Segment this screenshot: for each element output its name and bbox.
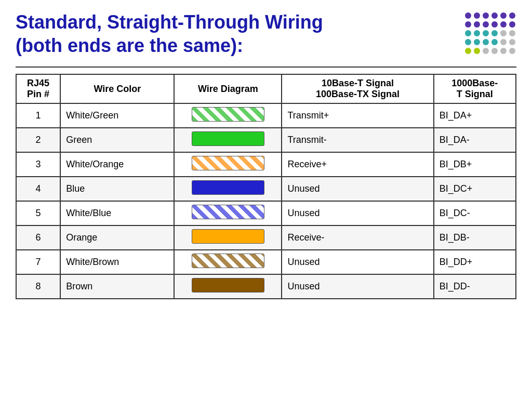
cell-wire-diagram (174, 201, 282, 225)
col-header-pin: RJ45Pin # (16, 74, 60, 103)
decoration-dot (509, 30, 515, 36)
cell-pin: 5 (16, 201, 60, 225)
cell-wire-color: White/Green (60, 103, 174, 128)
title-line1: Standard, Straight-Through Wiring (16, 11, 323, 33)
cell-signal-10base: Unused (282, 250, 433, 274)
decoration-dot (465, 39, 471, 45)
decoration-dot (474, 21, 480, 28)
cell-wire-diagram (174, 177, 282, 201)
cell-pin: 7 (16, 250, 60, 274)
dot-grid-decoration (465, 12, 516, 55)
cell-wire-color: White/Blue (60, 201, 174, 225)
decoration-dot (483, 21, 489, 28)
wire-swatch (192, 156, 264, 170)
decoration-dot (509, 12, 515, 19)
table-body: 1White/GreenTransmit+BI_DA+2GreenTransmi… (16, 103, 516, 299)
title-line2: (both ends are the same): (16, 35, 243, 56)
cell-pin: 6 (16, 225, 60, 250)
decoration-dot (474, 30, 480, 36)
wiring-table: RJ45Pin # Wire Color Wire Diagram 10Base… (16, 74, 516, 299)
cell-wire-color: Blue (60, 177, 174, 201)
decoration-dot (474, 12, 480, 19)
decoration-dot (500, 21, 507, 28)
cell-wire-diagram (174, 128, 282, 152)
cell-pin: 8 (16, 274, 60, 299)
cell-wire-diagram (174, 103, 282, 128)
cell-signal-1000base: BI_DA+ (434, 103, 516, 128)
decoration-dot (491, 21, 498, 28)
cell-wire-color: Green (60, 128, 174, 152)
decoration-dot (474, 48, 480, 54)
decoration-dot (465, 48, 471, 54)
table-row: 1White/GreenTransmit+BI_DA+ (16, 103, 516, 128)
cell-signal-1000base: BI_DB- (434, 225, 516, 250)
table-header-row: RJ45Pin # Wire Color Wire Diagram 10Base… (16, 74, 516, 103)
cell-pin: 2 (16, 128, 60, 152)
wire-swatch (192, 278, 264, 292)
cell-signal-10base: Receive- (282, 225, 433, 250)
table-row: 3White/OrangeReceive+BI_DB+ (16, 152, 516, 177)
cell-wire-diagram (174, 152, 282, 177)
decoration-dot (509, 21, 515, 28)
decoration-dot (509, 39, 515, 45)
decoration-dot (491, 12, 498, 19)
cell-wire-diagram (174, 225, 282, 250)
col-header-wire-diagram: Wire Diagram (174, 74, 282, 103)
table-row: 4BlueUnusedBI_DC+ (16, 177, 516, 201)
table-row: 6OrangeReceive-BI_DB- (16, 225, 516, 250)
decoration-dot (483, 39, 489, 45)
cell-signal-10base: Transmit+ (282, 103, 433, 128)
divider (16, 66, 516, 68)
decoration-dot (483, 30, 489, 36)
decoration-dot (465, 30, 471, 36)
cell-signal-10base: Unused (282, 274, 433, 299)
decoration-dot (500, 48, 507, 54)
cell-signal-1000base: BI_DD- (434, 274, 516, 299)
decoration-dot (465, 12, 471, 19)
col-header-signal10: 10Base-T Signal100Base-TX Signal (282, 74, 433, 103)
decoration-dot (500, 12, 507, 19)
cell-signal-10base: Receive+ (282, 152, 433, 177)
page-title: Standard, Straight-Through Wiring (both … (16, 10, 323, 57)
cell-wire-color: Brown (60, 274, 174, 299)
cell-pin: 1 (16, 103, 60, 128)
decoration-dot (483, 48, 489, 54)
cell-pin: 4 (16, 177, 60, 201)
cell-wire-color: Orange (60, 225, 174, 250)
table-row: 8BrownUnusedBI_DD- (16, 274, 516, 299)
decoration-dot (500, 30, 507, 36)
cell-signal-10base: Transmit- (282, 128, 433, 152)
table-row: 5White/BlueUnusedBI_DC- (16, 201, 516, 225)
col-header-wire-color: Wire Color (60, 74, 174, 103)
wire-swatch (192, 254, 264, 268)
cell-signal-1000base: BI_DB+ (434, 152, 516, 177)
wire-swatch (192, 229, 264, 244)
page: Standard, Straight-Through Wiring (both … (0, 0, 532, 399)
cell-signal-1000base: BI_DD+ (434, 250, 516, 274)
wire-swatch (192, 205, 264, 219)
decoration-dot (491, 30, 498, 36)
cell-signal-10base: Unused (282, 201, 433, 225)
cell-wire-color: White/Orange (60, 152, 174, 177)
decoration-dot (500, 39, 507, 45)
cell-wire-diagram (174, 250, 282, 274)
decoration-dot (491, 39, 498, 45)
wire-swatch (192, 131, 264, 146)
cell-signal-10base: Unused (282, 177, 433, 201)
cell-signal-1000base: BI_DA- (434, 128, 516, 152)
cell-pin: 3 (16, 152, 60, 177)
cell-signal-1000base: BI_DC+ (434, 177, 516, 201)
decoration-dot (491, 48, 498, 54)
decoration-dot (465, 21, 471, 28)
table-row: 2GreenTransmit-BI_DA- (16, 128, 516, 152)
header: Standard, Straight-Through Wiring (both … (16, 10, 516, 57)
cell-wire-diagram (174, 274, 282, 299)
decoration-dot (483, 12, 489, 19)
decoration-dot (474, 39, 480, 45)
cell-wire-color: White/Brown (60, 250, 174, 274)
table-row: 7White/BrownUnusedBI_DD+ (16, 250, 516, 274)
cell-signal-1000base: BI_DC- (434, 201, 516, 225)
decoration-dot (509, 48, 515, 54)
wire-swatch (192, 107, 264, 122)
wire-swatch (192, 180, 264, 195)
